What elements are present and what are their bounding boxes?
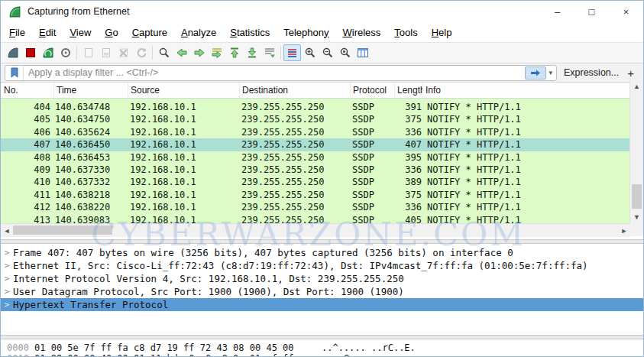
auto-scroll-icon — [264, 47, 276, 59]
cell-source: 192.168.10.1 — [128, 151, 240, 164]
close-button[interactable]: × — [609, 1, 643, 22]
cell-no: 411 — [1, 189, 54, 201]
packet-row[interactable]: 411140.638218192.168.10.1239.255.255.250… — [1, 189, 630, 201]
detail-text: Frame 407: 407 bytes on wire (3256 bits)… — [13, 246, 513, 259]
detail-line[interactable]: >Ethernet II, Src: Cisco-Li_ff:72:43 (c8… — [1, 259, 643, 272]
column-header-length[interactable]: Length — [395, 83, 423, 98]
packet-row[interactable]: 406140.635624192.168.10.1239.255.255.250… — [1, 126, 630, 138]
menu-wireless[interactable]: Wireless — [336, 27, 388, 38]
horizontal-scrollbar[interactable]: ◄ ► — [1, 223, 630, 237]
menu-go[interactable]: Go — [98, 27, 125, 38]
hex-bytes[interactable]: 01 00 5e 7f ff fa c8 d7 19 ff 72 43 08 0… — [34, 342, 294, 353]
detail-line[interactable]: >User Datagram Protocol, Src Port: 1900 … — [1, 285, 643, 298]
packet-row[interactable]: 408140.636453192.168.10.1239.255.255.250… — [1, 151, 630, 164]
hex-ascii[interactable]: ....@... ........ — [322, 353, 416, 357]
add-filter-button[interactable]: + — [626, 67, 639, 80]
expression-button[interactable]: Expression... — [557, 67, 626, 78]
zoom-out-button[interactable] — [319, 44, 336, 61]
packet-row[interactable]: 404140.634748192.168.10.1239.255.255.250… — [1, 101, 630, 113]
expand-chevron-icon[interactable]: > — [1, 298, 13, 311]
cell-length: 407 — [395, 138, 423, 151]
cell-destination: 239.255.255.250 — [240, 126, 351, 138]
vertical-scrollbar[interactable]: ▲ ▼ — [629, 80, 643, 223]
detail-text: Ethernet II, Src: Cisco-Li_ff:72:43 (c8:… — [13, 259, 588, 272]
goto-packet-button[interactable] — [208, 44, 225, 61]
hex-ascii[interactable]: ..^..... ..rC..E. — [322, 342, 416, 353]
menu-file[interactable]: File — [2, 27, 32, 38]
menu-view[interactable]: View — [63, 27, 98, 38]
save-file-button[interactable] — [97, 44, 115, 61]
auto-scroll-button[interactable] — [261, 44, 278, 61]
scroll-left-arrow-icon[interactable]: ◄ — [1, 224, 13, 237]
menu-edit[interactable]: Edit — [32, 27, 63, 38]
filter-dropdown-caret-icon[interactable]: ▾ — [548, 69, 556, 76]
zoom-in-button[interactable] — [301, 44, 319, 61]
cell-protocol: SSDP — [351, 164, 395, 176]
cell-info: NOTIFY * HTTP/1.1 — [423, 138, 630, 151]
restart-capture-button[interactable] — [39, 44, 57, 61]
packet-row[interactable]: 410140.637332192.168.10.1239.255.255.250… — [1, 176, 630, 188]
go-back-button[interactable] — [173, 44, 190, 61]
detail-line[interactable]: >Internet Protocol Version 4, Src: 192.1… — [1, 272, 643, 285]
minimize-button[interactable]: – — [540, 1, 574, 22]
capture-options-button[interactable] — [57, 44, 74, 61]
packet-row[interactable]: 409140.637330192.168.10.1239.255.255.250… — [1, 164, 630, 176]
go-top-button[interactable] — [225, 44, 243, 61]
column-header-time[interactable]: Time — [54, 83, 128, 98]
go-forward-button[interactable] — [190, 44, 208, 61]
colorize-packets-button[interactable] — [283, 44, 301, 61]
hex-line[interactable]: 001001 89 00 00 40 00 01 11 bd c0 c0 a8 … — [1, 353, 643, 357]
menu-statistics[interactable]: Statistics — [223, 27, 277, 38]
expand-chevron-icon[interactable]: > — [1, 272, 13, 285]
resize-columns-button[interactable] — [354, 44, 371, 61]
start-capture-button[interactable] — [4, 44, 21, 61]
column-header-source[interactable]: Source — [128, 83, 240, 98]
detail-line[interactable]: >Frame 407: 407 bytes on wire (3256 bits… — [1, 246, 643, 259]
expand-chevron-icon[interactable]: > — [1, 246, 13, 259]
cell-destination: 239.255.255.250 — [240, 101, 351, 113]
detail-line[interactable]: >Hypertext Transfer Protocol — [1, 298, 643, 311]
resize-columns-icon — [357, 47, 369, 59]
cell-protocol: SSDP — [351, 113, 395, 125]
cell-length: 391 — [395, 101, 423, 113]
find-packet-button[interactable] — [155, 44, 173, 61]
column-header-info[interactable]: Info — [423, 83, 630, 98]
packet-row[interactable]: 412140.638220192.168.10.1239.255.255.250… — [1, 201, 630, 213]
display-filter-input[interactable] — [24, 67, 525, 78]
packet-row[interactable]: 407140.636450192.168.10.1239.255.255.250… — [1, 138, 630, 151]
expand-chevron-icon[interactable]: > — [1, 285, 13, 298]
menu-help[interactable]: Help — [425, 27, 459, 38]
menu-tools[interactable]: Tools — [387, 27, 424, 38]
cell-no: 406 — [1, 126, 54, 138]
menu-analyze[interactable]: Analyze — [174, 27, 223, 38]
hex-line[interactable]: 000001 00 5e 7f ff fa c8 d7 19 ff 72 43 … — [1, 342, 643, 353]
scroll-right-arrow-icon[interactable]: ► — [618, 224, 630, 237]
filter-bookmark-button[interactable] — [5, 66, 24, 80]
gear-icon — [60, 47, 72, 59]
go-bottom-button[interactable] — [243, 44, 261, 61]
cell-length: 336 — [395, 201, 423, 213]
title-bar: Capturing from Ethernet – □ × — [1, 1, 643, 22]
scroll-up-arrow-icon[interactable]: ▲ — [630, 80, 643, 92]
packet-row[interactable]: 405140.634750192.168.10.1239.255.255.250… — [1, 113, 630, 125]
zoom-reset-button[interactable] — [336, 44, 354, 61]
vertical-scroll-thumb[interactable] — [632, 184, 642, 209]
menu-telephony[interactable]: Telephony — [277, 27, 335, 38]
arrow-right-icon — [193, 47, 205, 59]
menu-capture[interactable]: Capture — [125, 27, 174, 38]
scroll-down-arrow-icon[interactable]: ▼ — [630, 211, 643, 223]
cell-time: 140.635624 — [54, 126, 128, 138]
open-file-button[interactable] — [79, 44, 97, 61]
horizontal-scroll-thumb[interactable] — [13, 226, 112, 235]
apply-filter-button[interactable] — [525, 67, 546, 80]
close-file-button[interactable] — [115, 44, 132, 61]
expand-chevron-icon[interactable]: > — [1, 259, 13, 272]
reload-file-button[interactable] — [132, 44, 150, 61]
stop-capture-button[interactable] — [21, 44, 39, 61]
column-header-protocol[interactable]: Protocol — [351, 83, 395, 98]
column-header-destination[interactable]: Destination — [240, 83, 351, 98]
cell-source: 192.168.10.1 — [128, 113, 240, 125]
maximize-button[interactable]: □ — [574, 1, 609, 22]
column-header-no[interactable]: No. — [1, 83, 54, 98]
hex-bytes[interactable]: 01 89 00 00 40 00 01 11 bd c0 c0 a8 0a 0… — [34, 353, 294, 357]
